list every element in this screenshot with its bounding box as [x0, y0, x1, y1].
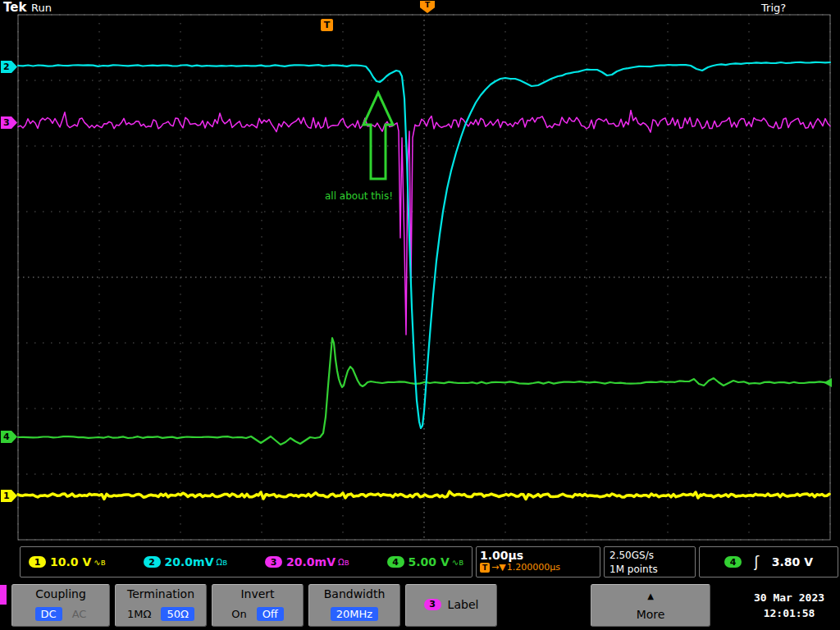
date-value: 30 Mar 2023 — [754, 591, 824, 606]
coupling-title: Coupling — [35, 587, 86, 600]
ch1-scale-readout: 1 10.0 V ∿ʙ — [29, 555, 105, 568]
sample-rate: 2.50GS/s — [609, 549, 690, 563]
invert-option-on: On — [231, 608, 246, 620]
ch4-scale-value: 5.00 V — [409, 555, 450, 568]
invert-title: Invert — [240, 587, 274, 600]
ch2-scale-readout: 2 20.0mV Ωʙ — [144, 555, 227, 568]
ch2-badge: 2 — [144, 556, 161, 568]
annotation-text: all about this! — [325, 190, 393, 202]
ch3-scale-readout: 3 20.0mV Ωʙ — [265, 555, 349, 568]
delay-arrow-icon: →▼ — [491, 562, 506, 573]
ch3-scale-value: 20.0mV — [286, 555, 336, 568]
ch1-badge: 1 — [29, 556, 46, 568]
annotation-arrow-icon — [363, 93, 393, 179]
label-button[interactable]: 3 Label — [405, 584, 497, 627]
invert-button[interactable]: Invert On Off — [212, 584, 304, 627]
time-value: 12:01:58 — [764, 606, 815, 622]
timebase-scale: 1.00µs — [480, 549, 596, 562]
termination-option-50: 50Ω — [161, 607, 194, 621]
timebase-readout: 1.00µs T →▼ 1.200000µs — [476, 546, 600, 578]
ch4-scale-readout: 4 5.00 V ∿ʙ — [387, 555, 463, 568]
more-up-arrow-icon: ▲ — [647, 592, 654, 600]
bottom-menu-bar: Coupling DC AC Termination 1MΩ 50Ω Inver… — [0, 581, 840, 630]
active-channel-color-tab — [0, 585, 7, 605]
ch3-badge: 3 — [265, 556, 282, 568]
bandwidth-title: Bandwidth — [324, 587, 386, 600]
more-title: More — [637, 608, 665, 621]
trigger-slope-icon: ʃ — [755, 554, 760, 570]
bandwidth-option-20mhz: 20MHz — [331, 607, 378, 621]
ch3-bandwidth-indicator-icon: Ωʙ — [338, 558, 349, 567]
trigger-level-value: 3.80 V — [772, 555, 813, 568]
trigger-readout: 4 ʃ 3.80 V — [699, 546, 838, 578]
termination-title: Termination — [127, 587, 194, 600]
termination-option-1m: 1MΩ — [127, 608, 151, 620]
termination-button[interactable]: Termination 1MΩ 50Ω — [115, 584, 207, 627]
trigger-delay-readout: T →▼ 1.200000µs — [480, 562, 596, 573]
label-title: Label — [448, 598, 479, 611]
ch1-scale-value: 10.0 V — [50, 555, 91, 568]
oscilloscope-screen: Tek Run Trig? all about this! T T 2341 1… — [0, 0, 840, 630]
ch2-bandwidth-indicator-icon: Ωʙ — [217, 558, 227, 567]
waveform-display: all about this! — [0, 0, 840, 543]
invert-option-off: Off — [257, 607, 284, 621]
datetime-display: 30 Mar 2023 12:01:58 — [740, 586, 838, 627]
ch4-bandwidth-indicator-icon: ∿ʙ — [452, 558, 463, 567]
label-channel-badge: 3 — [424, 599, 441, 610]
trigger-delay-value: 1.200000µs — [507, 562, 560, 573]
trigger-time-marker: T — [321, 19, 333, 31]
record-length: 1M points — [609, 563, 690, 577]
acquisition-readout: 2.50GS/s 1M points — [604, 546, 696, 578]
coupling-button[interactable]: Coupling DC AC — [11, 584, 110, 627]
ch2-scale-value: 20.0mV — [165, 555, 214, 568]
more-button[interactable]: ▲ More — [591, 584, 710, 627]
channel-scale-readouts: 1 10.0 V ∿ʙ 2 20.0mV Ωʙ 3 20.0mV Ωʙ 4 5.… — [20, 546, 472, 578]
ch1-bandwidth-indicator-icon: ∿ʙ — [94, 558, 105, 567]
coupling-option-dc: DC — [35, 607, 62, 621]
ch4-badge: 4 — [387, 556, 404, 568]
coupling-option-ac: AC — [72, 608, 87, 620]
readout-bar: 1 10.0 V ∿ʙ 2 20.0mV Ωʙ 3 20.0mV Ωʙ 4 5.… — [0, 545, 840, 579]
trigger-t-icon: T — [480, 563, 490, 573]
trigger-source-badge: 4 — [724, 556, 742, 568]
bandwidth-button[interactable]: Bandwidth 20MHz — [308, 584, 400, 627]
